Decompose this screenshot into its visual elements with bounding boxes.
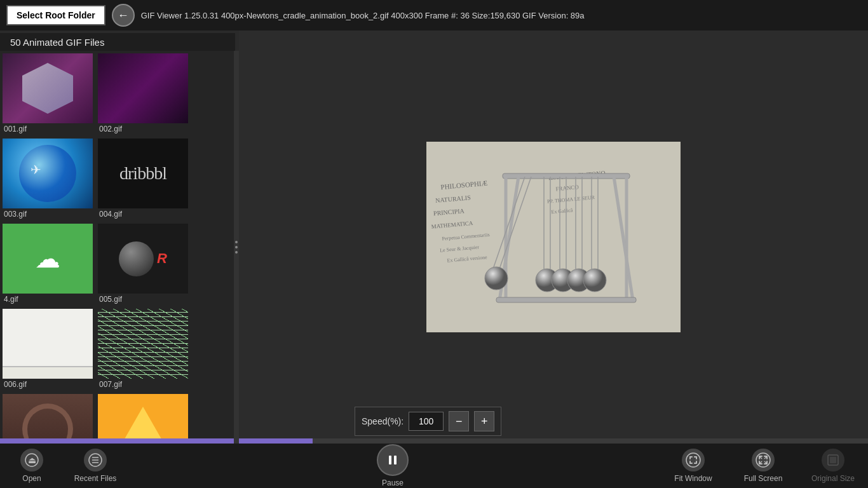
- pause-icon: [386, 453, 400, 467]
- drag-dot: [235, 251, 238, 254]
- original-size-label: Original Size: [811, 474, 855, 483]
- globe-icon: [19, 145, 76, 202]
- list-item[interactable]: dribbbl 004.gif: [95, 136, 191, 221]
- list-item[interactable]: 001.gif: [0, 51, 95, 136]
- thumbnail: [3, 53, 93, 123]
- drag-dot: [235, 246, 238, 248]
- svg-rect-48: [830, 457, 836, 463]
- drag-dot: [235, 241, 238, 243]
- list-item[interactable]: 007.gif: [95, 306, 191, 391]
- list-item[interactable]: [95, 391, 191, 444]
- fit-window-icon: [682, 449, 705, 471]
- fit-window-button[interactable]: Fit Window: [658, 444, 728, 488]
- list-item[interactable]: ☁ 4.gif: [0, 221, 95, 306]
- drag-dots: [235, 241, 238, 254]
- file-list-panel[interactable]: 001.gif 002.gif 003.gif dribbbl 004.gif …: [0, 51, 235, 444]
- list-item[interactable]: [0, 391, 95, 444]
- full-screen-label: Full Screen: [744, 474, 783, 483]
- ball-icon: [119, 241, 154, 276]
- cloud-icon: ☁: [35, 244, 60, 273]
- speed-increase-button[interactable]: +: [474, 411, 494, 431]
- thumbnail: [98, 394, 188, 444]
- original-size-svg: [825, 452, 841, 468]
- list-item[interactable]: 002.gif: [95, 51, 191, 136]
- speed-decrease-button[interactable]: −: [449, 411, 469, 431]
- svg-point-20: [485, 267, 508, 290]
- progress-bar[interactable]: [0, 438, 868, 444]
- thumb-row: ☁ 4.gif R 005.gif: [0, 221, 235, 306]
- file-label: 003.gif: [3, 208, 93, 220]
- speed-label: Speed(%):: [362, 416, 403, 426]
- progress-fill: [0, 438, 313, 444]
- full-screen-button[interactable]: Full Screen: [728, 444, 798, 488]
- hex-icon: [22, 63, 73, 114]
- thumbnail: [98, 309, 188, 379]
- pause-column: Pause: [377, 444, 409, 487]
- svg-rect-39: [389, 456, 391, 464]
- list-item[interactable]: R 005.gif: [95, 221, 191, 306]
- pause-area: Pause: [127, 444, 658, 487]
- file-count: 50 Animated GIF Files: [0, 33, 235, 51]
- file-label: 007.gif: [98, 379, 188, 390]
- pause-button[interactable]: [377, 444, 409, 476]
- original-size-icon: [822, 449, 844, 471]
- select-root-button[interactable]: Select Root Folder: [6, 5, 105, 25]
- fullscreen-icon: [755, 452, 771, 468]
- svg-point-42: [756, 453, 770, 467]
- open-icon: ⏏: [20, 449, 43, 471]
- recent-files-icon: [84, 449, 107, 471]
- file-label: 4.gif: [3, 294, 93, 305]
- gif-display: PHILOSOPHIÆ NATURALIS PRINCIPIA MATHEMAT…: [426, 142, 681, 332]
- svg-text:⏏: ⏏: [28, 455, 36, 465]
- thumb-row: [0, 391, 235, 444]
- thumbnail: [3, 309, 93, 379]
- svg-rect-17: [496, 297, 636, 302]
- topo-icon: [98, 309, 188, 379]
- thumb-row: 003.gif dribbbl 004.gif: [0, 136, 235, 221]
- file-label: 004.gif: [98, 208, 188, 220]
- list-item[interactable]: 003.gif: [0, 136, 95, 221]
- full-screen-icon: [752, 449, 775, 471]
- bottom-bar: ⏏ Open Recent Files Pause: [0, 444, 868, 488]
- speed-value: 100: [409, 412, 444, 431]
- original-size-button[interactable]: Original Size: [798, 444, 868, 488]
- fit-window-label: Fit Window: [674, 474, 712, 483]
- thumbnail: ☁: [3, 224, 93, 294]
- thumbnail: [3, 139, 93, 208]
- pause-label: Pause: [382, 478, 403, 487]
- folder-open-icon: ⏏: [25, 453, 39, 467]
- file-label: 001.gif: [3, 123, 93, 135]
- thumbnail: dribbbl: [98, 139, 188, 208]
- file-label: 002.gif: [98, 123, 188, 135]
- title-bar: GIF Viewer 1.25.0.31 400px-Newtons_cradl…: [141, 11, 862, 20]
- right-buttons: Fit Window Full Screen: [658, 444, 868, 488]
- open-label: Open: [22, 474, 41, 483]
- recent-files-button[interactable]: Recent Files: [64, 444, 127, 488]
- list-item[interactable]: 006.gif: [0, 306, 95, 391]
- svg-point-41: [686, 453, 700, 467]
- svg-point-32: [583, 269, 606, 292]
- thumbnail: R: [98, 224, 188, 294]
- thumb-row: 001.gif 002.gif: [0, 51, 235, 136]
- panel-resize-handle[interactable]: [234, 51, 239, 444]
- thumbnail: [98, 53, 188, 123]
- list-icon: [88, 453, 102, 467]
- fit-icon: [685, 452, 702, 468]
- top-bar: Select Root Folder ← GIF Viewer 1.25.0.3…: [0, 0, 868, 30]
- file-label: 005.gif: [98, 294, 188, 305]
- newtons-cradle-image: PHILOSOPHIÆ NATURALIS PRINCIPIA MATHEMAT…: [426, 142, 681, 332]
- main-viewer: PHILOSOPHIÆ NATURALIS PRINCIPIA MATHEMAT…: [239, 30, 868, 444]
- file-label: 006.gif: [3, 379, 93, 390]
- thumb-row: 006.gif 007.gif: [0, 306, 235, 391]
- svg-rect-40: [394, 456, 397, 464]
- dribbble-text: dribbbl: [119, 163, 166, 184]
- speed-control: Speed(%): 100 − +: [355, 407, 501, 436]
- open-button[interactable]: ⏏ Open: [0, 444, 64, 488]
- recent-files-label: Recent Files: [74, 474, 117, 483]
- back-button[interactable]: ←: [112, 4, 135, 27]
- thumbnail: [3, 394, 93, 444]
